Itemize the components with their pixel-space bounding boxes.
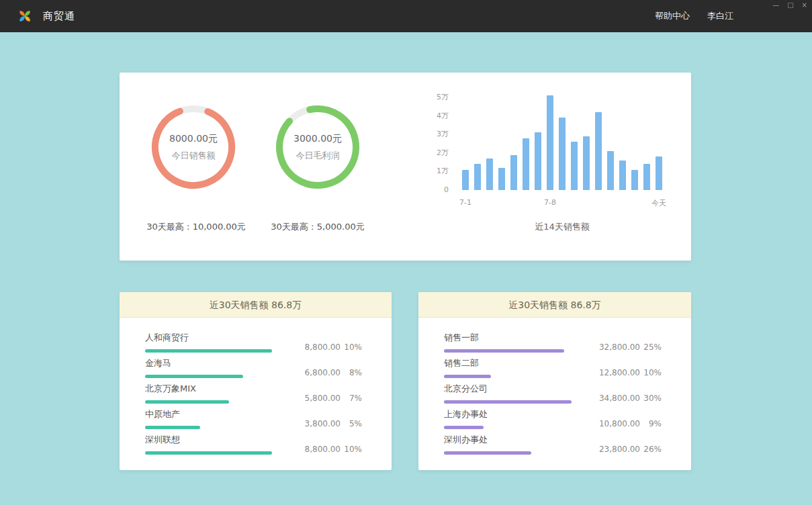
rank-row-numbers: 23,800.00 26%	[582, 445, 662, 454]
rank-row-percent: 30%	[640, 394, 662, 403]
rank-row: 深圳办事处 23,800.00 26%	[444, 434, 662, 455]
help-center-link[interactable]: 帮助中心	[655, 10, 690, 22]
chart-bar	[571, 142, 578, 190]
today-profit-donut-chart	[274, 103, 361, 191]
bar-chart-caption: 近14天销售额	[462, 221, 662, 233]
rank-row-amount: 34,800.00	[582, 394, 640, 403]
today-profit-30day-max: 30天最高：5,000.00元	[251, 221, 385, 233]
rank-row-name: 销售二部	[444, 358, 572, 369]
rank-row-bar	[145, 426, 200, 429]
rank-row-numbers: 8,800.00 10%	[283, 445, 362, 454]
rank-row: 北京分公司 34,800.00 30%	[444, 383, 662, 404]
rank-row-bar	[145, 451, 272, 455]
department-rank-card: 近30天销售额 86.8万 销售一部 32,800.00 25% 销售二部 12…	[418, 292, 691, 470]
rank-row-percent: 25%	[640, 342, 662, 352]
rank-row-bar	[444, 400, 572, 404]
rank-row-numbers: 34,800.00 30%	[582, 394, 662, 403]
rank-row: 金海马 6,800.00 8%	[145, 358, 362, 378]
chart-bar	[486, 158, 493, 190]
rank-row-amount: 6,800.00	[283, 368, 341, 377]
customer-rank-card: 近30天销售额 86.8万 人和商贸行 8,800.00 10% 金海马 6,8…	[120, 292, 392, 470]
today-sales-donut-chart	[150, 103, 237, 191]
chart-bar	[547, 95, 553, 190]
chart-bar	[498, 168, 505, 190]
rank-row-numbers: 3,800.00 5%	[283, 419, 362, 428]
y-axis-tick: 0	[444, 185, 449, 195]
rank-row-percent: 10%	[341, 342, 362, 352]
rank-row-amount: 5,800.00	[283, 394, 341, 403]
maximize-button[interactable]: □	[787, 1, 793, 9]
rank-row-numbers: 5,800.00 7%	[283, 394, 362, 403]
y-axis-tick: 3万	[437, 130, 449, 139]
chart-bar	[631, 170, 638, 190]
rank-row-bar	[444, 426, 484, 429]
overview-card: 8000.00元 今日销售额 30天最高：10,000.00元 3000.00元…	[120, 73, 691, 261]
minimize-button[interactable]: —	[772, 1, 779, 9]
rank-row-percent: 5%	[341, 419, 362, 428]
chart-bar	[643, 164, 650, 190]
customer-rank-list: 人和商贸行 8,800.00 10% 金海马 6,800.00 8% 北京万象M…	[120, 318, 392, 455]
department-rank-list: 销售一部 32,800.00 25% 销售二部 12,800.00 10% 北京…	[418, 318, 691, 455]
x-axis-label: 7-8	[544, 198, 556, 207]
rank-row: 销售一部 32,800.00 25%	[444, 332, 662, 353]
window-controls: — □ ×	[772, 1, 807, 9]
rank-row-numbers: 6,800.00 8%	[283, 368, 362, 377]
rank-row-name: 上海办事处	[444, 409, 572, 420]
rank-row-name: 人和商贸行	[145, 332, 272, 343]
rank-row-left: 中原地产	[145, 409, 272, 429]
rank-row-percent: 10%	[341, 445, 362, 454]
bar-chart-bars	[462, 97, 662, 190]
rank-row-percent: 9%	[640, 419, 662, 428]
department-rank-title: 近30天销售额 86.8万	[418, 292, 691, 318]
customer-rank-title: 近30天销售额 86.8万	[120, 292, 392, 318]
chart-bar	[583, 136, 590, 190]
chart-bar	[607, 151, 614, 190]
chart-bar	[474, 164, 481, 190]
rank-row-name: 北京分公司	[444, 383, 572, 394]
chart-bar	[462, 170, 469, 190]
rank-row-bar	[444, 349, 564, 353]
rank-row-amount: 3,800.00	[283, 419, 341, 428]
x-axis-labels: 7-17-8今天	[428, 198, 684, 209]
chart-bar	[510, 155, 517, 190]
rank-row-name: 中原地产	[145, 409, 272, 420]
rank-row-left: 深圳联想	[145, 434, 272, 455]
rank-row-amount: 12,800.00	[582, 368, 640, 377]
titlebar-left: 商贸通	[16, 0, 75, 32]
rank-row-amount: 8,800.00	[283, 342, 341, 352]
chart-bar	[619, 160, 626, 190]
rank-row-left: 北京分公司	[444, 383, 572, 404]
rank-row-left: 北京万象MIX	[145, 383, 272, 404]
chart-bar	[559, 118, 566, 190]
y-axis-tick: 4万	[437, 111, 449, 121]
rank-row-name: 深圳联想	[145, 434, 272, 445]
today-sales-30day-max: 30天最高：10,000.00元	[129, 221, 263, 233]
y-axis-tick: 1万	[437, 167, 449, 176]
rank-row-left: 人和商贸行	[145, 332, 272, 353]
rank-row-left: 上海办事处	[444, 409, 572, 429]
x-axis-label: 今天	[651, 198, 666, 208]
rank-row-bar	[145, 349, 272, 353]
rank-row-percent: 26%	[640, 445, 662, 454]
rank-row-percent: 7%	[341, 394, 362, 403]
y-axis-tick: 5万	[437, 93, 449, 102]
close-button[interactable]: ×	[802, 1, 807, 9]
chart-bar	[595, 112, 602, 190]
rank-row-numbers: 32,800.00 25%	[582, 342, 662, 352]
rank-row-name: 销售一部	[444, 332, 572, 343]
rank-row-left: 深圳办事处	[444, 434, 572, 455]
rank-row-numbers: 8,800.00 10%	[283, 342, 362, 352]
rank-row-left: 销售二部	[444, 358, 572, 378]
rank-row-left: 金海马	[145, 358, 272, 378]
rank-row: 上海办事处 10,800.00 9%	[444, 409, 662, 429]
app-window: — □ × 商贸通 帮助中心 李白江	[0, 0, 812, 505]
rank-row: 人和商贸行 8,800.00 10%	[145, 332, 362, 353]
chart-bar	[523, 138, 529, 190]
rank-row: 中原地产 3,800.00 5%	[145, 409, 362, 429]
sales-bar-chart: 5万4万3万2万1万0 7-17-8今天 近14天销售额	[428, 89, 684, 234]
rank-row-amount: 10,800.00	[582, 419, 640, 428]
rank-row-bar	[444, 375, 491, 378]
rank-row: 北京万象MIX 5,800.00 7%	[145, 383, 362, 404]
rank-row-percent: 10%	[640, 368, 662, 377]
user-name-link[interactable]: 李白江	[707, 10, 733, 22]
